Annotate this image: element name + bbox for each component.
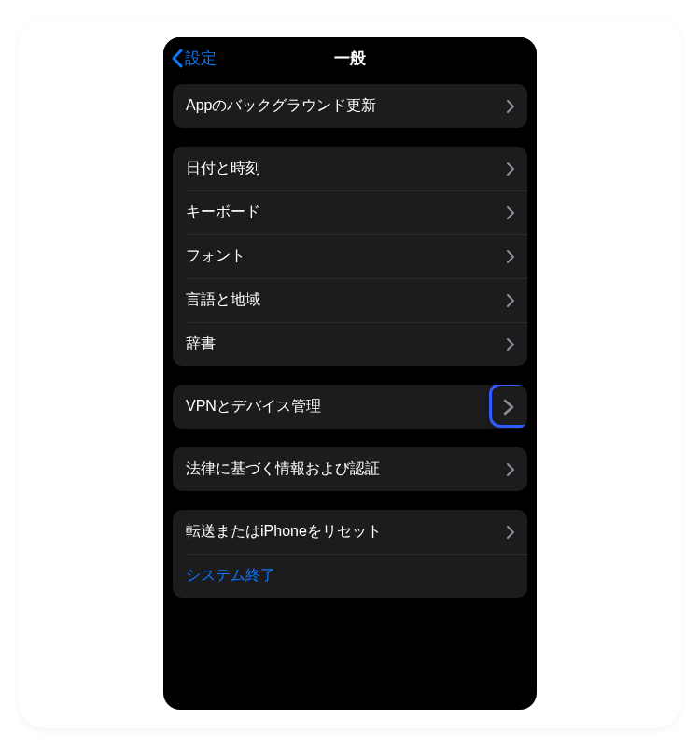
settings-group: 日付と時刻 キーボード フォント <box>173 147 527 366</box>
row-keyboard[interactable]: キーボード <box>173 190 527 234</box>
chevron-right-icon <box>507 206 514 219</box>
row-dictionary[interactable]: 辞書 <box>173 322 527 366</box>
chevron-right-icon <box>507 463 514 476</box>
row-vpn-device-management[interactable]: VPNとデバイス管理 <box>173 385 527 429</box>
settings-group: VPNとデバイス管理 <box>173 385 527 429</box>
chevron-right-icon <box>507 250 514 263</box>
settings-group: 転送またはiPhoneをリセット システム終了 <box>173 510 527 598</box>
phone-screen: 設定 一般 Appのバックグラウンド更新 日付と時刻 <box>163 37 537 710</box>
chevron-right-icon <box>507 338 514 351</box>
row-label: システム終了 <box>186 566 275 585</box>
chevron-left-icon <box>171 49 183 68</box>
row-date-time[interactable]: 日付と時刻 <box>173 147 527 190</box>
row-fonts[interactable]: フォント <box>173 234 527 278</box>
chevron-right-icon <box>503 399 514 416</box>
settings-group: 法律に基づく情報および認証 <box>173 447 527 491</box>
chevron-right-icon <box>507 162 514 176</box>
settings-content: Appのバックグラウンド更新 日付と時刻 キーボード <box>163 78 537 710</box>
settings-group: Appのバックグラウンド更新 <box>173 84 527 128</box>
nav-back-button[interactable]: 設定 <box>171 48 217 69</box>
row-label: 日付と時刻 <box>186 159 260 178</box>
row-shutdown[interactable]: システム終了 <box>173 554 527 598</box>
row-legal-regulatory[interactable]: 法律に基づく情報および認証 <box>173 447 527 491</box>
row-label: 法律に基づく情報および認証 <box>186 459 380 479</box>
row-language-region[interactable]: 言語と地域 <box>173 278 527 322</box>
chevron-right-icon <box>507 100 514 113</box>
row-label: フォント <box>186 247 245 266</box>
row-label: 転送またはiPhoneをリセット <box>186 522 382 542</box>
row-label: Appのバックグラウンド更新 <box>186 96 376 116</box>
chevron-right-icon <box>507 526 514 539</box>
row-transfer-reset[interactable]: 転送またはiPhoneをリセット <box>173 510 527 554</box>
nav-title: 一般 <box>334 48 366 69</box>
card-container: 設定 一般 Appのバックグラウンド更新 日付と時刻 <box>19 19 681 728</box>
row-label: 辞書 <box>186 334 216 354</box>
row-label: 言語と地域 <box>186 290 260 310</box>
row-label: VPNとデバイス管理 <box>186 397 321 416</box>
row-label: キーボード <box>186 203 260 222</box>
nav-back-label: 設定 <box>185 48 217 69</box>
nav-bar: 設定 一般 <box>163 37 537 78</box>
chevron-right-icon <box>507 294 514 307</box>
row-app-background-refresh[interactable]: Appのバックグラウンド更新 <box>173 84 527 128</box>
